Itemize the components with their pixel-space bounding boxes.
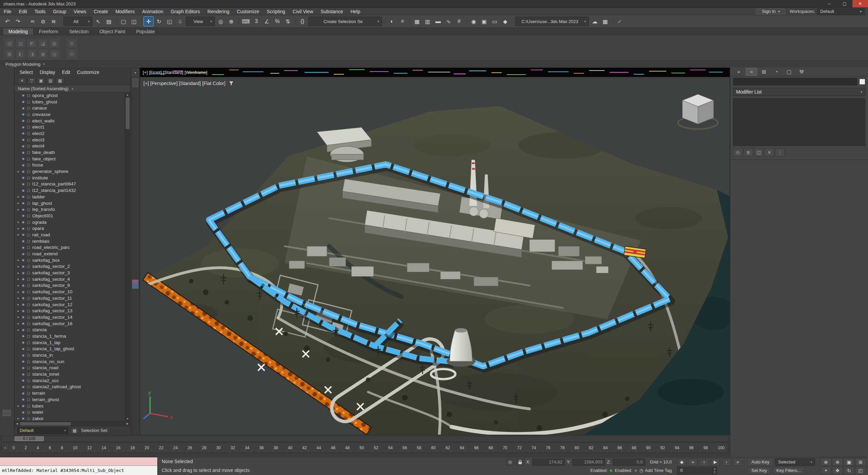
create-tab[interactable]: +	[733, 68, 745, 76]
visibility-icon[interactable]: ◉	[21, 392, 26, 395]
selection-filter-dropdown[interactable]: All ▾	[63, 17, 93, 26]
ribbon-tool-button[interactable]: ◧	[16, 49, 26, 59]
visibility-icon[interactable]: ◉	[21, 296, 26, 300]
visibility-icon[interactable]: ◉	[21, 220, 26, 224]
visibility-icon[interactable]: ◉	[21, 398, 26, 401]
scene-object-row[interactable]: ▸ ◉ ▢ stancia_1_ferma	[15, 333, 125, 339]
visibility-icon[interactable]: ◉	[21, 417, 26, 420]
ribbon-tab[interactable]: Freeform	[34, 28, 64, 35]
scene-object-row[interactable]: ▸ ◉ ▢ stancia2_occ	[15, 377, 125, 384]
go-to-end-button[interactable]: »	[733, 458, 742, 466]
workspaces-dropdown[interactable]: Default▾	[817, 8, 865, 15]
hierarchy-tab[interactable]: ⊞	[758, 68, 770, 76]
modifier-list-dropdown[interactable]: Modifier List ▾	[733, 88, 865, 96]
maximize-viewport-toggle-icon[interactable]: ◰	[855, 467, 866, 474]
zoom-region-icon[interactable]: ⌖	[821, 467, 831, 474]
scene-object-row[interactable]: ▸ ◉ ▢ sarkofag_sector_16	[15, 320, 125, 327]
expand-caret-icon[interactable]: ▸	[16, 220, 21, 224]
time-slider-track[interactable]: 0 / 100	[1, 436, 728, 442]
remove-modifier-icon[interactable]: ✕	[765, 148, 774, 156]
visibility-icon[interactable]: ◉	[21, 176, 26, 179]
front-viewport-label[interactable]: [+] [Front] [Standard] [Wireframe]	[143, 70, 207, 75]
explorer-menu-item[interactable]: Display	[37, 70, 58, 75]
filter-funnel-icon[interactable]: ▽	[27, 77, 36, 84]
scrollbar-thumb[interactable]	[126, 98, 130, 129]
render-in-cloud-icon[interactable]: ☁ ▾	[590, 17, 599, 26]
ribbon-tab[interactable]: Object Paint	[94, 28, 131, 35]
visibility-icon[interactable]: ◉	[21, 290, 26, 294]
visibility-icon[interactable]: ◉	[21, 189, 26, 192]
menu-item[interactable]: Views	[70, 8, 90, 15]
explorer-settings-icon[interactable]: ▦	[56, 77, 64, 84]
time-slider-handle[interactable]: 0 / 100	[15, 436, 44, 441]
render-gallery-icon[interactable]: ▦ ▾	[600, 17, 610, 26]
expand-caret-icon[interactable]: ▸	[16, 195, 21, 198]
expand-caret-icon[interactable]: ▸	[16, 322, 21, 325]
visibility-icon[interactable]: ◉	[21, 144, 26, 148]
select-and-link-icon[interactable]: ∞ ▾	[28, 17, 37, 26]
configure-modifier-sets-icon[interactable]: ⋮	[775, 148, 785, 156]
select-and-scale-icon[interactable]: ◱ ▾	[165, 17, 174, 26]
scene-object-row[interactable]: ▸ ◉ ▢ ograda	[15, 219, 125, 225]
scrollbar-thumb[interactable]	[20, 422, 71, 425]
visibility-icon[interactable]: ◉	[21, 404, 26, 408]
selection-set-key-dropdown[interactable]: Selected▾	[775, 458, 815, 466]
menu-item[interactable]: Rendering	[204, 8, 233, 15]
scene-object-row[interactable]: ▸ ◉ ▢ terrain_ghost	[15, 396, 125, 403]
visibility-icon[interactable]: ◉	[21, 246, 26, 249]
front-viewport[interactable]: [+] [Front] [Standard] [Wireframe]	[140, 68, 730, 78]
object-color-swatch[interactable]	[859, 79, 865, 85]
keyboard-shortcut-override-icon[interactable]: ⌨ ▾	[241, 17, 251, 26]
scene-object-row[interactable]: ▸ ◉ ▢ institute	[15, 175, 125, 181]
menu-item[interactable]: Substance	[317, 8, 347, 15]
visibility-icon[interactable]: ◉	[21, 303, 26, 306]
pan-view-icon[interactable]: ✥	[832, 467, 843, 474]
visibility-icon[interactable]: ◉	[21, 138, 26, 141]
scene-object-row[interactable]: ▸ ◉ ▢ sarkofag_sector_4	[15, 276, 125, 282]
expand-caret-icon[interactable]: ▸	[16, 309, 21, 313]
visibility-icon[interactable]: ◉	[21, 119, 26, 122]
scene-object-row[interactable]: ▸ ◉ ▢ elect_walls	[15, 118, 125, 124]
visibility-icon[interactable]: ◉	[21, 208, 26, 211]
use-pivot-point-icon[interactable]: ◎ ▾	[216, 17, 225, 26]
scene-object-row[interactable]: ▸ ◉ ▢ elect2	[15, 130, 125, 137]
visibility-icon[interactable]: ◉	[21, 239, 26, 243]
expand-caret-icon[interactable]: ▸	[16, 404, 21, 408]
scene-object-row[interactable]: ▸ ◉ ▢ tubes	[15, 403, 125, 409]
scene-object-row[interactable]: ▸ ◉ ▢ l12_stancia_part0647	[15, 181, 125, 187]
scene-object-row[interactable]: ▸ ◉ ▢ stancia	[15, 326, 125, 333]
auto-key-button[interactable]: Auto Key	[748, 458, 773, 466]
pick-parent-icon[interactable]: ▤	[46, 77, 55, 84]
expand-caret-icon[interactable]: ▸	[16, 201, 21, 205]
explorer-column-header[interactable]: Name (Sorted Ascending) ▲	[15, 85, 130, 92]
expand-caret-icon[interactable]: ▸	[16, 315, 21, 319]
scene-object-row[interactable]: ▸ ◉ ▢ rail_road	[15, 232, 125, 238]
scene-object-row[interactable]: ▸ ◉ ▢ Object001	[15, 213, 125, 219]
zoom-icon[interactable]: ⊕	[821, 458, 831, 466]
status-enabled-badge[interactable]: Enabled:	[590, 468, 613, 473]
select-and-rotate-icon[interactable]: ↻ ▾	[154, 17, 164, 26]
menu-item[interactable]: Create	[90, 8, 112, 15]
spin-down-icon[interactable]: ▼	[712, 471, 717, 474]
visibility-icon[interactable]: ◉	[21, 106, 26, 110]
expand-caret-icon[interactable]: ▸	[16, 328, 21, 332]
visibility-icon[interactable]: ◉	[21, 366, 26, 370]
add-layout-tab-button[interactable]: +	[132, 70, 138, 76]
menu-item[interactable]: File	[0, 8, 15, 15]
selection-set-grid-icon[interactable]: ▦	[71, 427, 78, 434]
visibility-icon[interactable]: ◉	[21, 227, 26, 230]
sign-in-button[interactable]: Sign In▾	[756, 8, 786, 15]
scene-object-row[interactable]: ▸ ◉ ▢ fake_object	[15, 156, 125, 162]
angle-snap-icon[interactable]: ∠ ▾	[262, 17, 272, 26]
scroll-down-icon[interactable]: ▼	[125, 416, 130, 421]
ribbon-tool-button[interactable]: ▦	[49, 39, 59, 48]
x-coordinate-field[interactable]: 174,82	[532, 459, 565, 466]
expand-caret-icon[interactable]: ▸	[16, 233, 21, 236]
select-and-place-icon[interactable]: ⌂ ▾	[175, 17, 185, 26]
modify-tab[interactable]: ≈	[746, 68, 757, 76]
menu-item[interactable]: Edit	[15, 8, 31, 15]
visibility-icon[interactable]: ◉	[21, 360, 26, 363]
rendered-frame-window-icon[interactable]: ▭ ▾	[490, 17, 499, 26]
visibility-icon[interactable]: ◉	[21, 379, 26, 382]
scene-object-row[interactable]: ▸ ◉ ▢ ladder	[15, 194, 125, 200]
